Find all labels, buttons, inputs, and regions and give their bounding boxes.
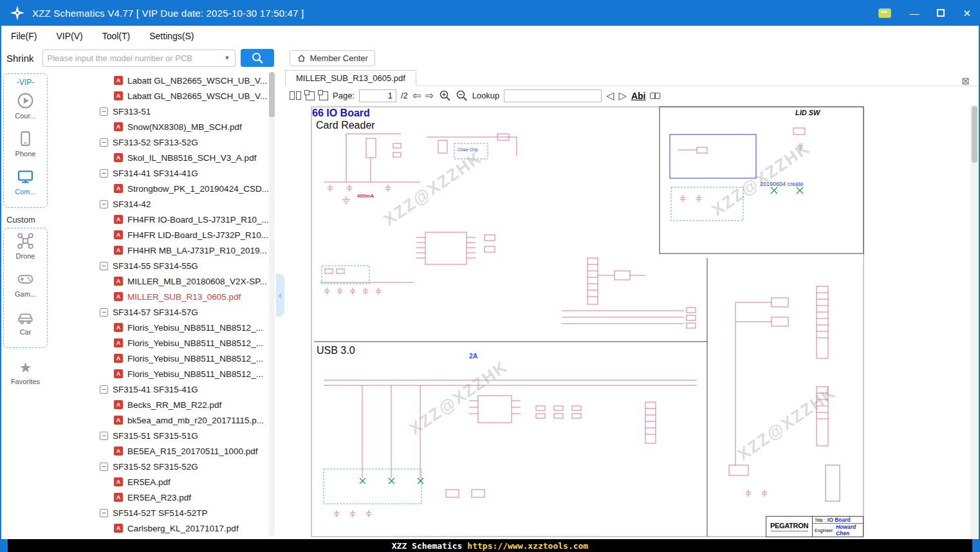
- tree-item-label: Floris_Yebisu_NB8511_NB8512_...: [127, 338, 263, 348]
- sidebar-item-game[interactable]: Gam...: [15, 270, 36, 298]
- search-input[interactable]: [48, 53, 222, 63]
- main-area: -VIP- Cour... Phone: [1, 69, 979, 539]
- tree-file[interactable]: ASnow(NX8308)_MB_SCH.pdf: [50, 119, 276, 134]
- rotate-right-icon[interactable]: [319, 91, 328, 100]
- lookup-label: Lookup: [472, 91, 500, 100]
- tree-file[interactable]: ASkol_IL_NB8516_SCH_V3_A.pdf: [50, 150, 276, 165]
- close-button[interactable]: ✕: [963, 8, 971, 18]
- maximize-button[interactable]: [937, 9, 945, 17]
- binoculars-icon[interactable]: [650, 93, 660, 99]
- sidebar-item-drone[interactable]: Drone: [16, 232, 35, 260]
- sidebar-item-favorites[interactable]: ★ Favorites: [3, 361, 48, 385]
- license-icon[interactable]: [878, 8, 891, 18]
- tree-item-label: SF314-41 SF314-41G: [113, 169, 198, 178]
- collapse-icon[interactable]: −: [100, 432, 108, 440]
- collapse-icon[interactable]: −: [100, 169, 108, 178]
- close-document-icon[interactable]: ⊠: [961, 76, 970, 86]
- collapse-icon[interactable]: −: [100, 509, 108, 517]
- sidebar-item-course[interactable]: Cour...: [15, 92, 35, 120]
- collapse-icon[interactable]: −: [100, 463, 108, 471]
- tree-file[interactable]: AFH4FR IO-Board_LS-J731P_R10_...: [50, 212, 276, 227]
- pdf-icon: A: [114, 277, 123, 286]
- prev-page-icon[interactable]: ⇦: [412, 91, 421, 101]
- tree-folder[interactable]: −SF315-41 SF315-41G: [50, 382, 276, 397]
- title-block: PEGATRON Title : IO Board Engineer: Howa…: [766, 516, 864, 537]
- collapse-icon[interactable]: −: [100, 107, 108, 116]
- drone-icon: [17, 232, 34, 250]
- vip-group-label: -VIP-: [17, 78, 34, 87]
- pdf-icon: A: [114, 524, 123, 533]
- document-tab[interactable]: MILLER_SUB_R13_0605.pdf: [285, 70, 416, 86]
- collapse-icon[interactable]: −: [100, 138, 108, 147]
- tree-file[interactable]: AFloris_Yebisu_NB8511_NB8512_...: [50, 366, 276, 382]
- menu-item-filef[interactable]: File(F): [11, 31, 37, 41]
- tree-file[interactable]: ALabatt GL_NB2665_WSCH_UB_V...: [50, 73, 276, 88]
- tree-folder[interactable]: −SF313-52 SF313-52G: [50, 134, 276, 150]
- window-controls: — ✕: [878, 8, 971, 18]
- tree-file[interactable]: AStrongbow_PK_1_20190424_CSD...: [50, 181, 276, 196]
- vertical-scrollbar[interactable]: [970, 105, 979, 539]
- collapse-icon[interactable]: −: [100, 262, 108, 270]
- minimize-button[interactable]: —: [909, 8, 919, 18]
- sidebar-item-computer[interactable]: Com...: [15, 168, 35, 196]
- tree-file[interactable]: ABE5EA_R15_20170511_1000.pdf: [50, 443, 276, 459]
- tree-file[interactable]: ABecks_RR_MB_R22.pdf: [50, 397, 276, 412]
- sidebar-item-phone[interactable]: Phone: [15, 130, 36, 158]
- collapse-icon[interactable]: −: [100, 200, 108, 208]
- tree-file[interactable]: AFloris_Yebisu_NB8511_NB8512_...: [50, 351, 276, 366]
- next-result-icon[interactable]: ▷: [619, 91, 627, 101]
- tree-file[interactable]: AMILLER_MLB_20180608_V2X-SP...: [50, 273, 276, 289]
- tree-folder[interactable]: −SF315-52 SF315-52G: [50, 459, 276, 474]
- tree-file[interactable]: AFH4FR LID-Board_LS-J732P_R10...: [50, 227, 276, 243]
- tree-folder[interactable]: −SF313-51: [50, 104, 276, 119]
- scrollbar-thumb[interactable]: [972, 106, 977, 163]
- zoom-in-icon[interactable]: [439, 89, 451, 102]
- prev-result-icon[interactable]: ◁: [606, 91, 614, 101]
- sidebar-item-label: Com...: [15, 188, 35, 196]
- collapse-icon[interactable]: −: [100, 308, 108, 317]
- search-box[interactable]: ▼: [42, 50, 236, 67]
- tree-item-label: BE5EA_R15_20170511_1000.pdf: [127, 446, 257, 456]
- tree-file[interactable]: AFloris_Yebisu_NB8511_NB8512_...: [50, 335, 276, 351]
- tree-file[interactable]: AFloris_Yebisu_NB8511_NB8512_...: [50, 320, 276, 335]
- lookup-input[interactable]: [504, 89, 602, 102]
- tree-scrollbar[interactable]: [269, 72, 275, 537]
- tree-folder[interactable]: −SF514-52T SF514-52TP: [50, 505, 276, 520]
- menu-item-vipv[interactable]: VIP(V): [56, 31, 82, 41]
- tree-folder[interactable]: −SF314-42: [50, 196, 276, 212]
- chevron-down-icon[interactable]: ▼: [225, 55, 230, 61]
- menu-item-toolt[interactable]: Tool(T): [102, 31, 131, 41]
- play-icon: [17, 92, 34, 109]
- tree-file[interactable]: AER5EA_R23.pdf: [50, 490, 276, 505]
- search-button[interactable]: [241, 49, 274, 67]
- next-page-icon[interactable]: ⇨: [425, 91, 434, 101]
- tree-folder[interactable]: −SF314-55 SF314-55G: [50, 258, 276, 273]
- rotate-left-icon[interactable]: [306, 91, 315, 100]
- tree-scrollbar-thumb[interactable]: [269, 72, 275, 117]
- text-select-icon[interactable]: Abi: [631, 91, 646, 101]
- tree-file[interactable]: Abk5ea_amd_mb_r20_20171115.p...: [50, 412, 276, 428]
- facing-pages-icon[interactable]: [290, 91, 301, 100]
- tree-folder[interactable]: −SF315-51 SF315-51G: [50, 428, 276, 443]
- tree-file[interactable]: ALabatt GL_NB2665_WSCH_UB_V...: [50, 88, 276, 104]
- menu-item-settingss[interactable]: Settings(S): [149, 31, 194, 41]
- zoom-out-icon[interactable]: [456, 89, 468, 102]
- tree-file[interactable]: ACarlsberg_KL_20171017.pdf: [50, 520, 276, 536]
- tree-folder[interactable]: −SF314-41 SF314-41G: [50, 165, 276, 181]
- document-area[interactable]: 66 IO Board Card Reader USB 3.0 LID SW C…: [285, 105, 979, 539]
- collapse-icon[interactable]: −: [100, 385, 108, 394]
- collapse-tree-handle[interactable]: ‹: [276, 274, 284, 317]
- pdf-icon: A: [114, 184, 123, 193]
- schematic-section-title: 66 IO Board: [312, 107, 370, 119]
- member-center-button[interactable]: Member Center: [290, 50, 375, 66]
- tree-file[interactable]: AER5EA.pdf: [50, 474, 276, 490]
- page-input[interactable]: [359, 89, 396, 102]
- tree-file[interactable]: AFH4HR MB_LA-J731P_R10_2019...: [50, 243, 276, 258]
- search-row: Shrink ▼ Member Center: [1, 46, 979, 69]
- tree-file[interactable]: AMILLER_SUB_R13_0605.pdf: [50, 289, 276, 304]
- sidebar-item-car[interactable]: Car: [17, 308, 34, 336]
- status-url[interactable]: https://www.xzztools.com: [467, 541, 588, 551]
- shrink-button[interactable]: Shrink: [6, 53, 34, 64]
- tree-folder[interactable]: −SF314-57 SF314-57G: [50, 304, 276, 320]
- pdf-icon: A: [114, 246, 123, 255]
